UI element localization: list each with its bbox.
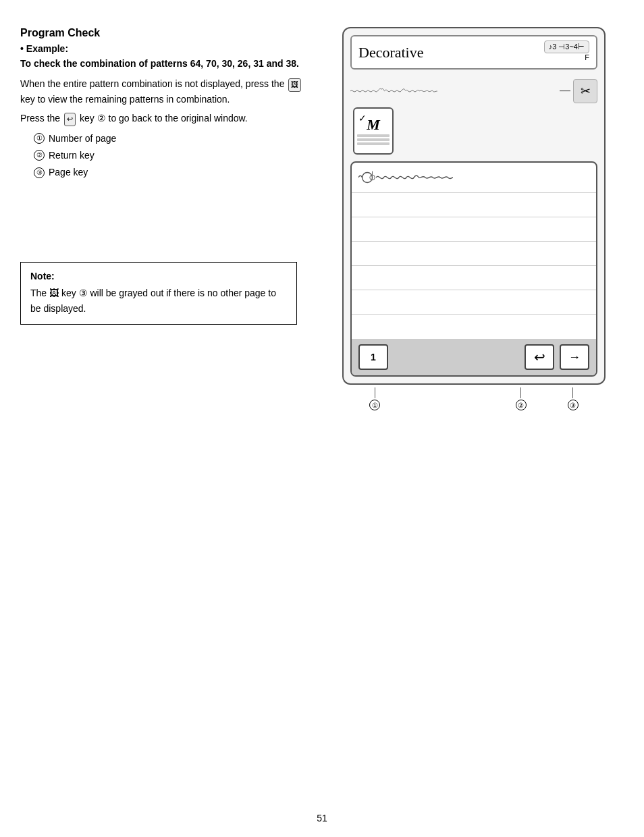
pattern-row-4: [352, 242, 596, 266]
page-symbol: →: [568, 350, 581, 364]
page-key-icon: 🖼: [288, 78, 301, 92]
left-column: Program Check • Example: To check the co…: [20, 27, 311, 410]
right-column: Decorative ♪3 ⊣3~4⊢ F — ✂: [324, 27, 624, 410]
screen-icon: ✂: [573, 79, 597, 103]
note-text: The 🖼 key ③ will be grayed out if there …: [30, 286, 287, 316]
dash-indicator: —: [462, 84, 570, 98]
list-item-2-label: Return key: [49, 147, 95, 164]
m-letter: M: [367, 116, 380, 134]
return-symbol: ↩: [534, 349, 545, 365]
section-title: Program Check: [20, 27, 311, 39]
number-label: 1: [371, 352, 376, 362]
m-button-row: ✓ M: [350, 107, 597, 155]
annotation-circle-3: ③: [568, 400, 579, 410]
svg-point-0: [363, 173, 373, 183]
note-box: Note: The 🖼 key ③ will be grayed out if …: [20, 262, 297, 325]
m-button[interactable]: ✓ M: [353, 107, 394, 155]
circle-num-3: ③: [34, 167, 45, 178]
annotation-circle-1: ①: [369, 400, 380, 410]
circle-num-2: ②: [34, 150, 45, 161]
example-bold-text: To check the combination of patterns 64,…: [20, 57, 311, 71]
pattern-row-2: [352, 193, 596, 217]
annotation-line-3: [572, 387, 573, 398]
top-screen: Decorative ♪3 ⊣3~4⊢ F: [350, 35, 597, 70]
list-item-1: ① Number of page: [34, 130, 311, 147]
pattern-row-3: [352, 217, 596, 242]
para1: When the entire pattern combination is n…: [20, 76, 311, 107]
circle-num-1: ①: [34, 133, 45, 144]
indicator-text: ♪3 ⊣3~4⊢: [549, 43, 585, 51]
note-title: Note:: [30, 271, 287, 281]
pattern-row-first: [352, 163, 596, 193]
screen-indicators: ♪3 ⊣3~4⊢: [544, 40, 589, 53]
pattern-row-5: [352, 266, 596, 290]
annotations: ① ② ③: [342, 387, 606, 410]
page-button[interactable]: →: [560, 344, 589, 370]
list-item-3-label: Page key: [49, 164, 88, 181]
annotation-1: ①: [369, 387, 380, 410]
main-screen: 1 ↩ →: [350, 161, 597, 377]
pattern-row-7: [352, 315, 596, 339]
annotation-line-1: [375, 387, 375, 398]
annotation-line-2: [520, 387, 521, 398]
list-item-2: ② Return key: [34, 147, 311, 164]
screen-title: Decorative: [358, 44, 424, 61]
device-diagram: Decorative ♪3 ⊣3~4⊢ F — ✂: [342, 27, 606, 385]
list-items: ① Number of page ② Return key ③ Page key: [34, 130, 311, 182]
return-button[interactable]: ↩: [525, 344, 554, 370]
pattern-svg-1: [358, 168, 547, 187]
annotation-3: ③: [568, 387, 579, 410]
wavy-svg: [350, 84, 459, 98]
list-item-3: ③ Page key: [34, 164, 311, 181]
return-key-icon: ↩: [64, 113, 76, 126]
pattern-row-6: [352, 290, 596, 315]
note-key-icon: 🖼: [49, 288, 59, 298]
annotation-circle-2: ②: [516, 400, 527, 410]
m-button-sub: [354, 134, 392, 146]
wavy-line: [350, 84, 459, 98]
para2: Press the ↩ key ② to go back to the orig…: [20, 111, 311, 126]
bottom-bar: 1 ↩ →: [352, 339, 596, 375]
bullet-example: • Example:: [20, 43, 311, 54]
wavy-preview: — ✂: [350, 76, 597, 107]
annotation-2: ②: [516, 387, 527, 410]
page-number: 51: [317, 813, 327, 824]
list-item-1-label: Number of page: [49, 130, 116, 147]
check-mark: ✓: [358, 113, 367, 124]
f-label: F: [585, 53, 589, 64]
number-button[interactable]: 1: [358, 344, 388, 370]
